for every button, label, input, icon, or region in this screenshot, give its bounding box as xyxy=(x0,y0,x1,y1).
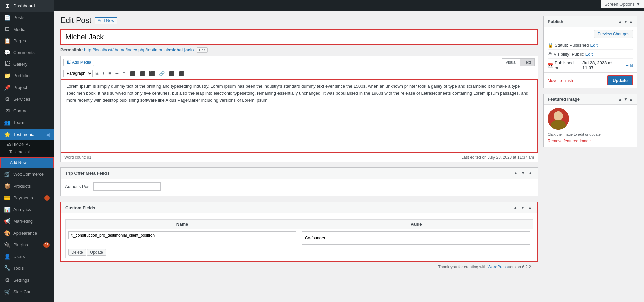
sidebar-item-pages[interactable]: 📋 Pages xyxy=(0,35,54,47)
sidebar-item-side-cart[interactable]: 🛒 Side Cart xyxy=(0,286,54,298)
cf-name-col-header: Name xyxy=(66,220,299,229)
cf-expand-button[interactable]: ▲ xyxy=(527,205,533,210)
meta-collapse-up-button[interactable]: ▲ xyxy=(513,170,519,176)
blockquote-button[interactable]: ❝ xyxy=(122,70,127,77)
visual-tab[interactable]: Visual xyxy=(502,58,520,66)
cf-delete-button[interactable]: Delete xyxy=(68,249,86,256)
fi-expand-button[interactable]: ▲ xyxy=(629,97,633,102)
custom-fields-header[interactable]: Custom Fields ▲ ▼ ▲ xyxy=(61,202,537,213)
sidebar-item-portfolio[interactable]: 📁 Portfolio xyxy=(0,70,54,82)
publish-collapse-up-button[interactable]: ▲ xyxy=(618,19,622,24)
ordered-list-button[interactable]: ≣ xyxy=(114,70,120,77)
sidebar-item-label: Pages xyxy=(13,38,26,43)
preview-changes-button[interactable]: Preview Changes xyxy=(594,30,633,38)
align-center-button[interactable]: ⬛ xyxy=(138,70,146,77)
permalink-link[interactable]: http://localhost/theme/index.php/testimo… xyxy=(84,47,194,52)
indent-button[interactable]: ⬛ xyxy=(167,70,176,77)
preview-changes-row: Preview Changes xyxy=(548,30,633,38)
sidebar-item-users[interactable]: 👤 Users xyxy=(0,251,54,262)
featured-image-thumbnail[interactable] xyxy=(548,108,569,130)
editor-toolbar: Paragraph Heading 1 Heading 2 Heading 3 … xyxy=(61,68,538,79)
featured-image-header: Featured image ▲ ▼ ▲ xyxy=(544,94,637,105)
fi-collapse-up-button[interactable]: ▲ xyxy=(618,97,622,102)
sidebar-item-services[interactable]: ⚙ Services xyxy=(0,93,54,105)
align-left-button[interactable]: ⬛ xyxy=(128,70,137,77)
sidebar-item-label: Media xyxy=(13,27,25,32)
sidebar-item-settings[interactable]: ⚙ Settings xyxy=(0,274,54,286)
italic-button[interactable]: I xyxy=(101,70,105,77)
services-icon: ⚙ xyxy=(4,96,11,102)
custom-fields-title: Custom Fields xyxy=(65,205,95,210)
payments-icon: 💳 xyxy=(4,195,11,201)
cf-name-input[interactable] xyxy=(68,231,296,239)
editor-column: Edit Post Add New Permalink: http://loca… xyxy=(60,16,538,297)
sidebar-submenu-item-testimonial[interactable]: Testimonial xyxy=(0,147,54,157)
sidebar-item-media[interactable]: 🖼 Media xyxy=(0,23,54,35)
status-value: Published xyxy=(569,43,589,48)
sidebar-item-gallery[interactable]: 🖼 Gallery xyxy=(0,58,54,70)
meta-collapse-down-button[interactable]: ▼ xyxy=(520,170,526,176)
sidebar-item-dashboard[interactable]: ⊞ Dashboard xyxy=(0,0,54,12)
sidebar-item-comments[interactable]: 💬 Comments xyxy=(0,47,54,58)
cf-collapse-down-button[interactable]: ▼ xyxy=(520,205,526,210)
sidebar: ⊞ Dashboard 📄 Posts 🖼 Media 📋 Pages 💬 Co… xyxy=(0,0,54,302)
table-button[interactable]: ⬛ xyxy=(177,70,185,77)
move-to-trash-link[interactable]: Move to Trash xyxy=(548,78,573,83)
permalink-edit-button[interactable]: Edit xyxy=(197,47,208,53)
screen-options-button[interactable]: Screen Options ▼ xyxy=(601,0,644,8)
visibility-edit-link[interactable]: Edit xyxy=(585,52,593,57)
sidebar-item-label: Products xyxy=(13,184,31,189)
editor-content[interactable]: Lorem Ipsum is simply dummy text of the … xyxy=(61,79,538,153)
sidebar-item-team[interactable]: 👥 Team xyxy=(0,117,54,129)
unordered-list-button[interactable]: ≡ xyxy=(107,70,112,77)
right-sidebar-column: Publish ▲ ▼ ▲ Preview Changes 🔒 Status: … xyxy=(543,16,637,297)
trip-offer-meta-header[interactable]: Trip Offer Meta Feilds ▲ ▼ ▲ xyxy=(61,168,538,179)
sidebar-item-posts[interactable]: 📄 Posts xyxy=(0,12,54,23)
bold-button[interactable]: B xyxy=(94,70,100,77)
cf-value-input[interactable] xyxy=(302,231,530,245)
add-media-button[interactable]: 🖼 Add Media xyxy=(63,59,94,66)
post-title-input[interactable] xyxy=(60,29,538,45)
publish-collapse-down-button[interactable]: ▼ xyxy=(624,19,628,24)
tools-icon: 🔧 xyxy=(4,265,11,271)
sidebar-item-woocommerce[interactable]: 🛒 WooCommerce xyxy=(0,168,54,180)
sidebar-item-appearance[interactable]: 🎨 Appearance xyxy=(0,227,54,239)
publish-expand-button[interactable]: ▲ xyxy=(629,19,633,24)
screen-options-label: Screen Options xyxy=(605,2,635,7)
featured-image-box: Featured image ▲ ▼ ▲ xyxy=(543,94,637,147)
publish-info: 🔒 Status: Published Edit 👁 Visibility: P… xyxy=(544,41,637,72)
sidebar-item-label: Portfolio xyxy=(13,73,30,78)
sidebar-item-payments[interactable]: 💳 Payments 1 xyxy=(0,192,54,204)
update-button[interactable]: Update xyxy=(607,76,633,85)
published-edit-link[interactable]: Edit xyxy=(626,63,633,68)
sidebar-item-label: Contact xyxy=(13,108,29,113)
editor-box: 🖼 Add Media Visual Text Paragraph Headin… xyxy=(60,56,538,162)
sidebar-item-analytics[interactable]: 📊 Analytics xyxy=(0,204,54,215)
sidebar-item-label: Appearance xyxy=(13,231,37,236)
svg-point-2 xyxy=(552,122,565,130)
sidebar-item-testimonial[interactable]: ⭐ Testimonial ◀ xyxy=(0,129,54,140)
cf-collapse-up-button[interactable]: ▲ xyxy=(512,205,518,210)
sidebar-item-contact[interactable]: ✉ Contact xyxy=(0,105,54,117)
align-right-button[interactable]: ⬛ xyxy=(148,70,156,77)
footer-version: Version 6.2.2 xyxy=(508,265,531,269)
cf-update-button[interactable]: Update xyxy=(87,249,106,256)
sidebar-item-tools[interactable]: 🔧 Tools xyxy=(0,262,54,274)
link-button[interactable]: 🔗 xyxy=(158,70,166,77)
sidebar-item-project[interactable]: 📌 Project xyxy=(0,82,54,93)
status-edit-link[interactable]: Edit xyxy=(590,43,598,48)
remove-featured-image-link[interactable]: Remove featured image xyxy=(548,139,591,143)
add-new-button[interactable]: Add New xyxy=(95,17,117,24)
sidebar-item-marketing[interactable]: 📢 Marketing xyxy=(0,215,54,227)
sidebar-submenu-item-addnew[interactable]: Add New xyxy=(0,157,54,168)
footer-wordpress-link[interactable]: WordPress xyxy=(488,265,508,269)
fi-collapse-down-button[interactable]: ▼ xyxy=(624,97,628,102)
sidebar-item-products[interactable]: 📦 Products xyxy=(0,180,54,192)
sidebar-item-label: Tools xyxy=(13,266,24,271)
sidebar-item-label: Testimonial xyxy=(13,132,35,137)
authors-post-input[interactable] xyxy=(93,182,161,191)
sidebar-item-plugins[interactable]: 🔌 Plugins 26 xyxy=(0,239,54,251)
format-select[interactable]: Paragraph Heading 1 Heading 2 Heading 3 xyxy=(63,70,93,77)
meta-expand-button[interactable]: ▲ xyxy=(527,170,533,176)
text-tab[interactable]: Text xyxy=(520,58,535,66)
